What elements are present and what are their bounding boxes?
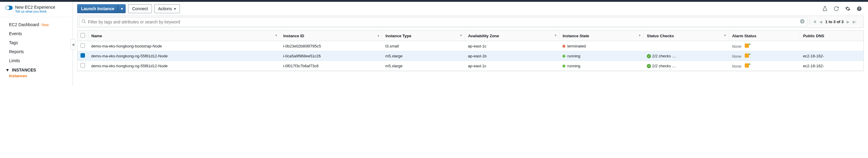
sidebar-item-label: EC2 Dashboard bbox=[9, 22, 39, 27]
button-label: Actions bbox=[158, 6, 172, 11]
select-all-checkbox[interactable] bbox=[81, 33, 85, 38]
cell-instance-state: running bbox=[559, 51, 644, 61]
sidebar-item-limits[interactable]: Limits bbox=[0, 56, 73, 65]
table-row[interactable]: demo-ma-eks-hongkong-ng-55f81d12-Node i-… bbox=[78, 51, 864, 61]
refresh-icon[interactable] bbox=[833, 5, 840, 12]
cell-name: demo-ma-eks-hongkong-bootstrap-Node bbox=[88, 41, 280, 51]
caret-down-icon: ▾ bbox=[174, 6, 176, 11]
col-label: Name bbox=[91, 34, 102, 38]
col-label: Instance State bbox=[563, 34, 589, 38]
cell-name: demo-ma-eks-hongkong-ng-55f81d12-Node bbox=[88, 61, 280, 71]
sidebar-item-reports[interactable]: Reports bbox=[0, 47, 73, 56]
row-checkbox[interactable] bbox=[81, 43, 85, 48]
cell-instance-id: i-0b23e02b806f785c5 bbox=[280, 41, 382, 51]
cell-public-dns: ec2-18-162- bbox=[800, 51, 864, 61]
settings-gear-icon[interactable] bbox=[844, 5, 851, 12]
status-label: 2/2 checks … bbox=[652, 64, 676, 68]
launch-instance-dropdown[interactable]: ▾ bbox=[118, 4, 126, 13]
svg-line-3 bbox=[84, 22, 86, 23]
col-label: Status Checks bbox=[647, 34, 674, 38]
col-alarm-status[interactable]: Alarm Status bbox=[729, 31, 800, 41]
sidebar-item-label: Reports bbox=[9, 49, 24, 54]
svg-text:?: ? bbox=[801, 20, 803, 23]
col-instance-id[interactable]: Instance ID▴ bbox=[280, 31, 382, 41]
button-label: Connect bbox=[132, 6, 148, 11]
alarm-add-icon[interactable] bbox=[745, 53, 749, 58]
state-dot-icon bbox=[562, 65, 565, 68]
table-row[interactable]: demo-ma-eks-hongkong-ng-55f81d12-Node i-… bbox=[78, 61, 864, 71]
col-label: Availability Zone bbox=[468, 34, 499, 38]
state-label: terminated bbox=[567, 44, 586, 48]
sidebar-item-instances[interactable]: Instances bbox=[0, 72, 36, 79]
button-label: Launch Instance bbox=[81, 6, 114, 11]
search-help-icon[interactable]: ? bbox=[800, 18, 805, 25]
cell-public-dns: ec2-18-162- bbox=[800, 61, 864, 71]
sidebar-item-label: Instances bbox=[9, 74, 27, 78]
col-label: Public DNS bbox=[803, 34, 824, 38]
col-instance-type[interactable]: Instance Type▾ bbox=[382, 31, 465, 41]
search-icon bbox=[82, 19, 86, 25]
alarm-label: None bbox=[732, 64, 741, 69]
cell-status-checks: ✓2/2 checks … bbox=[644, 61, 729, 71]
row-checkbox[interactable] bbox=[81, 63, 85, 68]
cell-status-checks: ✓2/2 checks … bbox=[644, 51, 729, 61]
col-name[interactable]: Name▾ bbox=[88, 31, 280, 41]
cell-public-dns bbox=[800, 41, 864, 51]
sidebar-group-label: INSTANCES bbox=[12, 68, 36, 72]
sort-icon: ▾ bbox=[724, 34, 726, 37]
cell-availability-zone: ap-east-1b bbox=[465, 51, 559, 61]
launch-instance-button[interactable]: Launch Instance bbox=[77, 4, 118, 13]
svg-point-2 bbox=[82, 19, 85, 22]
cell-status-checks bbox=[644, 41, 729, 51]
col-label: Alarm Status bbox=[732, 34, 756, 38]
sidebar-item-events[interactable]: Events bbox=[0, 29, 73, 38]
new-experience-feedback-link[interactable]: Tell us what you think bbox=[15, 10, 55, 13]
sidebar-item-tags[interactable]: Tags bbox=[0, 38, 73, 47]
actions-button[interactable]: Actions ▾ bbox=[154, 4, 180, 13]
col-instance-state[interactable]: Instance State▾ bbox=[559, 31, 644, 41]
col-public-dns[interactable]: Public DNS bbox=[800, 31, 864, 41]
sort-icon: ▾ bbox=[639, 34, 641, 37]
state-label: running bbox=[567, 64, 580, 68]
cell-instance-type: m5.xlarge bbox=[382, 61, 465, 71]
help-icon[interactable]: ? bbox=[856, 5, 863, 12]
page-first-icon[interactable]: ⎸◀ bbox=[809, 19, 816, 24]
state-dot-icon bbox=[562, 55, 565, 58]
alarm-add-icon[interactable] bbox=[745, 44, 749, 48]
state-label: running bbox=[567, 54, 580, 58]
caret-down-icon: ▾ bbox=[121, 6, 123, 11]
new-badge: New bbox=[41, 23, 49, 27]
col-label: Instance ID bbox=[283, 34, 304, 38]
col-status-checks[interactable]: Status Checks▾ bbox=[644, 31, 729, 41]
cell-alarm-status: None bbox=[729, 51, 800, 61]
page-next-icon[interactable]: ▶ bbox=[846, 19, 849, 24]
col-label: Instance Type bbox=[385, 34, 411, 38]
new-experience-title: New EC2 Experience bbox=[15, 5, 55, 10]
state-dot-icon bbox=[562, 45, 565, 48]
sidebar-item-label: Events bbox=[9, 31, 22, 36]
cell-instance-state: terminated bbox=[559, 41, 644, 51]
caret-down-icon: ▼ bbox=[5, 68, 10, 72]
cell-alarm-status: None bbox=[729, 41, 800, 51]
sidebar-item-ec2-dashboard[interactable]: EC2 Dashboard New bbox=[0, 20, 73, 29]
page-prev-icon[interactable]: ◀ bbox=[819, 19, 822, 24]
table-row[interactable]: demo-ma-eks-hongkong-bootstrap-Node i-0b… bbox=[78, 41, 864, 51]
page-last-icon[interactable]: ▶⎸ bbox=[852, 19, 859, 24]
cell-name: demo-ma-eks-hongkong-ng-55f81d12-Node bbox=[88, 51, 280, 61]
cell-instance-id: i-0f017f3c7b6af73c8 bbox=[280, 61, 382, 71]
sort-icon: ▾ bbox=[555, 34, 556, 37]
sort-asc-icon: ▴ bbox=[378, 34, 379, 37]
alarm-label: None bbox=[732, 44, 741, 49]
alarm-add-icon[interactable] bbox=[745, 64, 749, 68]
search-input[interactable] bbox=[88, 19, 800, 24]
experiment-icon[interactable] bbox=[822, 5, 828, 12]
sort-icon: ▾ bbox=[460, 34, 462, 37]
check-circle-icon: ✓ bbox=[647, 54, 651, 58]
connect-button[interactable]: Connect bbox=[128, 4, 152, 13]
svg-text:?: ? bbox=[858, 7, 860, 10]
new-experience-toggle[interactable] bbox=[5, 6, 13, 10]
row-checkbox[interactable] bbox=[81, 53, 85, 58]
col-availability-zone[interactable]: Availability Zone▾ bbox=[465, 31, 559, 41]
sort-icon: ▾ bbox=[276, 34, 277, 37]
alarm-label: None bbox=[732, 54, 741, 58]
